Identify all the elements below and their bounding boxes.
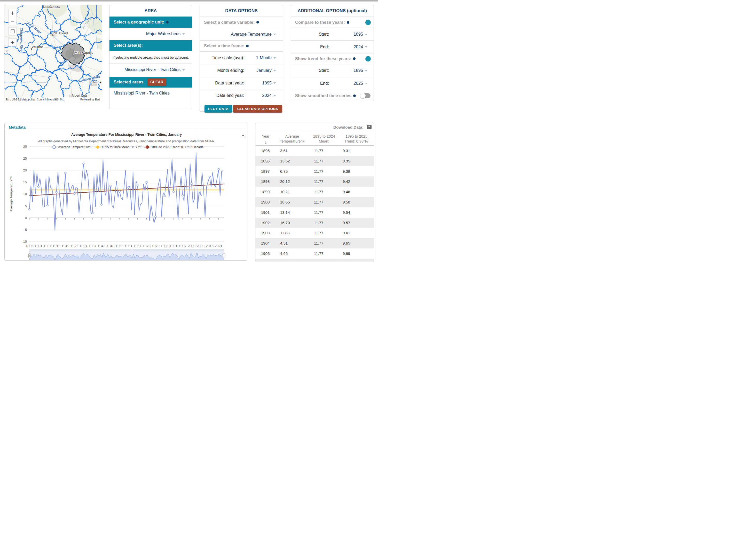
svg-text:1961: 1961 <box>125 244 132 248</box>
svg-text:-10: -10 <box>22 239 27 243</box>
svg-text:2009: 2009 <box>197 244 204 248</box>
svg-text:-5: -5 <box>24 228 27 232</box>
svg-text:Minneapolis: Minneapolis <box>75 51 93 54</box>
svg-text:1895 to 2025 Trend: 0.38°F/ De: 1895 to 2025 Trend: 0.38°F/ Decade <box>151 145 203 149</box>
svg-text:5: 5 <box>25 204 27 208</box>
svg-text:2015: 2015 <box>206 244 213 248</box>
svg-text:All graphs generated by Minnes: All graphs generated by Minnesota Depart… <box>38 139 215 143</box>
svg-text:1895 to 2024 Mean: 11.77°F: 1895 to 2024 Mean: 11.77°F <box>102 145 143 149</box>
svg-text:Minnesota: Minnesota <box>43 5 60 9</box>
svg-text:1925: 1925 <box>70 244 78 248</box>
svg-text:Average Temperature°F: Average Temperature°F <box>9 176 13 212</box>
svg-text:1991: 1991 <box>170 244 177 248</box>
svg-text:Willmar: Willmar <box>32 45 43 49</box>
svg-text:25: 25 <box>23 156 27 160</box>
svg-text:1967: 1967 <box>134 244 142 248</box>
svg-text:20: 20 <box>23 168 27 172</box>
svg-text:0: 0 <box>25 216 27 220</box>
svg-text:2021: 2021 <box>215 244 223 248</box>
svg-text:Chippewa River: Chippewa River <box>20 28 23 53</box>
svg-text:1907: 1907 <box>44 244 51 248</box>
svg-text:2003: 2003 <box>188 244 196 248</box>
svg-text:1985: 1985 <box>161 244 168 248</box>
svg-text:1949: 1949 <box>107 244 114 248</box>
svg-text:1931: 1931 <box>80 244 87 248</box>
svg-text:15: 15 <box>23 180 27 184</box>
svg-text:1955: 1955 <box>116 244 123 248</box>
svg-text:1913: 1913 <box>53 244 60 248</box>
svg-text:1919: 1919 <box>62 244 69 248</box>
svg-text:1943: 1943 <box>97 244 105 248</box>
svg-text:Roches: Roches <box>92 80 102 84</box>
svg-text:Average Temperature For Missis: Average Temperature For Mississippi Rive… <box>71 132 182 136</box>
svg-text:Albert Lea: Albert Lea <box>71 94 87 98</box>
svg-text:St. Cloud: St. Cloud <box>54 31 68 35</box>
svg-text:1937: 1937 <box>89 244 96 248</box>
svg-text:Esri, USGS | Metropolitan Coun: Esri, USGS | Metropolitan Council, Metro… <box>6 98 65 101</box>
svg-text:10: 10 <box>23 192 27 196</box>
svg-text:1901: 1901 <box>35 244 42 248</box>
svg-text:1979: 1979 <box>151 244 159 248</box>
svg-text:1997: 1997 <box>179 244 186 248</box>
svg-text:Powered by Esri: Powered by Esri <box>80 98 100 101</box>
svg-text:30: 30 <box>23 145 27 149</box>
svg-text:1973: 1973 <box>143 244 150 248</box>
svg-text:1895: 1895 <box>26 244 33 248</box>
svg-text:Average Temperature°F: Average Temperature°F <box>58 145 93 149</box>
